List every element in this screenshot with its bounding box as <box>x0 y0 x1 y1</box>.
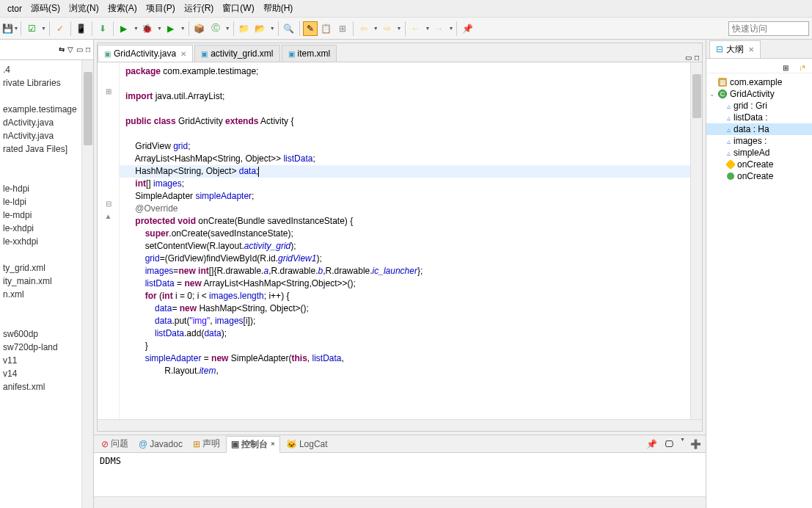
sdk-button[interactable]: ⬇ <box>95 21 110 36</box>
editor-tab[interactable]: ▣item.xml <box>282 45 337 62</box>
tab-javadoc[interactable]: @Javadoc <box>134 438 187 451</box>
code-line[interactable] <box>120 78 690 90</box>
gutter-line[interactable] <box>98 125 119 137</box>
forward-button[interactable]: ⇨ <box>380 21 395 36</box>
tree-item[interactable]: example.testimage <box>0 103 81 116</box>
display-console-icon[interactable]: 🖵 <box>662 437 676 451</box>
nav-forward-button[interactable]: → <box>431 21 446 36</box>
tree-item[interactable] <box>0 90 81 103</box>
filter-icon[interactable]: ↓ª <box>794 60 809 75</box>
tree-item[interactable] <box>0 156 81 169</box>
tree-item[interactable]: v11 <box>0 354 81 367</box>
outline-tree[interactable]: ▦com.example⌄ CGridActivity▵grid : Gri▵l… <box>706 73 812 508</box>
outline-item[interactable]: ▵data : Ha <box>706 123 812 135</box>
code-line[interactable]: setContentView(R.layout.activity_grid); <box>120 240 690 253</box>
gutter-line[interactable] <box>98 187 119 200</box>
open-type-button[interactable]: 📂 <box>253 21 268 36</box>
maximize-icon[interactable]: □ <box>695 54 699 62</box>
tree-item[interactable]: dActivity.java <box>0 116 81 129</box>
gutter-line[interactable] <box>98 349 119 362</box>
gutter-line[interactable] <box>98 62 119 75</box>
code-line[interactable]: HashMap<String, Object> data; <box>120 165 690 178</box>
debug-button[interactable]: 🐞 <box>140 21 155 36</box>
code-line[interactable]: GridView grid; <box>120 140 690 153</box>
editor-tab[interactable]: ▣activity_grid.xml <box>194 45 279 62</box>
code-line[interactable]: ArrayList<HashMap<String, Object>> listD… <box>120 153 690 165</box>
tab-logcat[interactable]: 🐱LogCat <box>282 438 332 451</box>
editor-tab[interactable]: ▣GridActivity.java✕ <box>98 45 193 62</box>
gutter-line[interactable] <box>98 112 119 125</box>
tree-item[interactable]: rivate Libraries <box>0 76 81 90</box>
tree-item[interactable]: nActivity.java <box>0 129 81 142</box>
gutter-line[interactable] <box>98 237 119 250</box>
close-icon[interactable]: ✕ <box>180 50 186 58</box>
open-console-icon[interactable]: ➕ <box>688 437 703 451</box>
outline-item[interactable]: onCreate <box>706 170 812 182</box>
gutter-line[interactable] <box>98 137 119 150</box>
maximize-icon[interactable]: □ <box>86 46 90 54</box>
nav-back-button[interactable]: ← <box>409 21 423 36</box>
outline-item[interactable]: ⌄ CGridActivity <box>706 88 812 100</box>
project-tree[interactable]: .4rivate Libraries example.testimagedAct… <box>0 60 81 508</box>
code-line[interactable]: for (int i = 0; i < images.length; i++) … <box>120 290 690 302</box>
tree-item[interactable]: n.xml <box>0 288 81 301</box>
gutter-line[interactable] <box>98 262 119 275</box>
explorer-scrollbar[interactable] <box>81 60 93 508</box>
code-line[interactable]: R.layout.item, <box>120 365 690 377</box>
menu-search[interactable]: 搜索(A) <box>103 1 142 16</box>
pin-console-icon[interactable]: 📌 <box>644 437 659 451</box>
console-output[interactable]: DDMS <box>94 453 706 496</box>
code-line[interactable] <box>120 128 690 140</box>
tree-item[interactable]: le-ldpi <box>0 195 81 208</box>
tree-item[interactable]: ty_grid.xml <box>0 261 81 275</box>
menu-help[interactable]: 帮助(H) <box>259 1 298 16</box>
code-line[interactable]: grid=(GridView)findViewById(R.id.gridVie… <box>120 253 690 265</box>
gutter-line[interactable] <box>98 275 119 287</box>
tree-item[interactable]: anifest.xml <box>0 380 81 393</box>
menu-window[interactable]: 窗口(W) <box>218 1 258 16</box>
outline-tab[interactable]: ⊟ 大纲 ✕ <box>709 40 761 58</box>
sort-icon[interactable]: ⊞ <box>778 60 793 75</box>
code-line[interactable]: listData.add(data); <box>120 327 690 340</box>
gutter-line[interactable] <box>98 162 119 175</box>
avd-button[interactable]: 📱 <box>74 21 89 36</box>
code-line[interactable]: images=new int[]{R.drawable.a,R.drawable… <box>120 265 690 277</box>
outline-item[interactable]: ▦com.example <box>706 76 812 88</box>
tree-item[interactable]: sw720dp-land <box>0 341 81 354</box>
code-line[interactable]: public class GridActivity extends Activi… <box>120 115 690 128</box>
tree-item[interactable] <box>0 314 81 327</box>
gutter-line[interactable] <box>98 225 119 237</box>
collapse-icon[interactable]: ⇆ <box>59 46 65 54</box>
code-line[interactable]: listData = new ArrayList<HashMap<String,… <box>120 277 690 290</box>
tab-console[interactable]: ▣控制台✕ <box>226 436 280 453</box>
gutter-line[interactable]: ⊟ <box>98 200 119 212</box>
code-line[interactable]: import java.util.ArrayList; <box>120 90 690 103</box>
menu-browse[interactable]: 浏览(N) <box>65 1 103 16</box>
back-button[interactable]: ⇦ <box>356 21 371 36</box>
code-editor[interactable]: package com.example.testimage; import ja… <box>120 62 690 419</box>
lint-button[interactable]: ✓ <box>53 21 67 36</box>
tree-item[interactable]: le-hdpi <box>0 182 81 195</box>
editor-scrollbar-h[interactable] <box>98 419 702 431</box>
tree-item[interactable]: le-mdpi <box>0 208 81 222</box>
gutter-line[interactable] <box>98 287 119 300</box>
minimize-icon[interactable]: ▭ <box>76 46 83 54</box>
menu-refactor[interactable]: ctor <box>3 2 26 15</box>
tree-item[interactable] <box>0 169 81 182</box>
gutter-line[interactable] <box>98 362 119 374</box>
code-line[interactable]: data.put("img", images[i]); <box>120 315 690 327</box>
outline-item[interactable]: ▵simpleAd <box>706 147 812 159</box>
tree-item[interactable]: le-xhdpi <box>0 222 81 235</box>
new-package-button[interactable]: 📦 <box>192 21 207 36</box>
toggle-mark-button[interactable]: ✎ <box>303 21 318 36</box>
new-class-button[interactable]: Ⓒ <box>208 21 223 36</box>
minimize-icon[interactable]: ▭ <box>685 54 692 62</box>
code-line[interactable]: @Override <box>120 203 690 215</box>
menu-project[interactable]: 项目(P) <box>142 1 180 16</box>
save-button[interactable]: 💾▼ <box>3 21 18 36</box>
code-line[interactable]: } <box>120 340 690 352</box>
tab-declaration[interactable]: ⊞声明 <box>189 436 224 451</box>
outline-item[interactable]: ▵listData : <box>706 112 812 123</box>
close-icon[interactable]: ✕ <box>748 46 754 54</box>
gutter-line[interactable] <box>98 300 119 312</box>
